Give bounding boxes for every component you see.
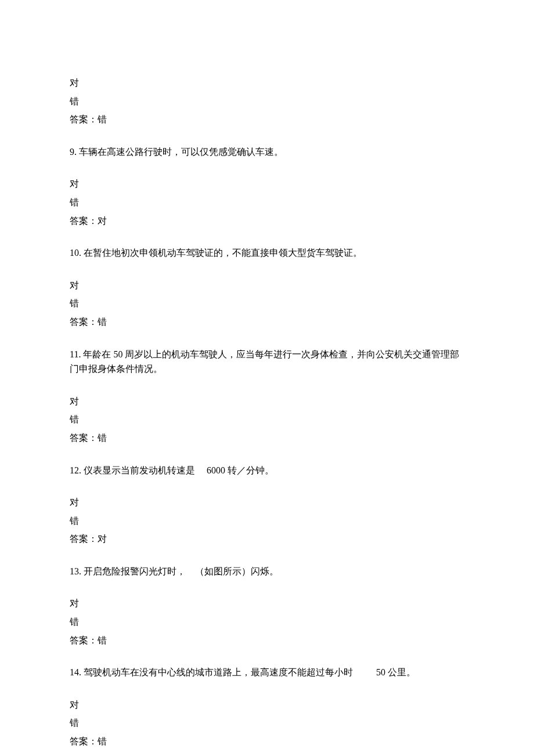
question-body-prefix: 仪表显示当前发动机转速是: [84, 465, 195, 475]
answer-value: 对: [98, 216, 107, 226]
answer-line: 答案：错: [70, 431, 464, 446]
option-false: 错: [70, 513, 464, 529]
answer-line: 答案：错: [70, 314, 464, 330]
option-true: 对: [70, 495, 464, 510]
question-body-prefix: 驾驶机动车在没有中心线的城市道路上，最高速度不能超过每小时: [84, 667, 353, 677]
answer-line: 答案：错: [70, 633, 464, 648]
answer-label: 答案：: [70, 433, 98, 443]
answer-block: 对 错 答案：错: [70, 596, 464, 648]
option-true: 对: [70, 697, 464, 712]
option-true: 对: [70, 394, 464, 409]
question-body: 在暂住地初次申领机动车驾驶证的，不能直接申领大型货车驾驶证。: [84, 248, 362, 258]
intro-block: 对 错 答案：错: [70, 75, 464, 127]
answer-label: 答案：: [70, 534, 98, 544]
option-false: 错: [70, 614, 464, 630]
answer-label: 答案：: [70, 114, 98, 124]
question-11: 11. 年龄在 50 周岁以上的机动车驾驶人，应当每年进行一次身体检查，并向公安…: [70, 347, 464, 446]
question-text: 11. 年龄在 50 周岁以上的机动车驾驶人，应当每年进行一次身体检查，并向公安…: [70, 347, 464, 377]
question-text: 12. 仪表显示当前发动机转速是 6000 转／分钟。: [70, 463, 464, 478]
answer-line: 答案：对: [70, 214, 464, 229]
option-false: 错: [70, 94, 464, 109]
answer-block: 对 错 答案：对: [70, 176, 464, 228]
question-text: 9. 车辆在高速公路行驶时，可以仅凭感觉确认车速。: [70, 144, 464, 160]
answer-value: 错: [98, 317, 107, 327]
answer-label: 答案：: [70, 736, 98, 746]
answer-label: 答案：: [70, 635, 98, 645]
option-false: 错: [70, 296, 464, 311]
answer-block: 对 错 答案：对: [70, 495, 464, 547]
question-body: 年龄在 50 周岁以上的机动车驾驶人，应当每年进行一次身体检查，并向公安机关交通…: [70, 349, 459, 374]
option-false: 错: [70, 715, 464, 730]
answer-block: 对 错 答案：错: [70, 697, 464, 749]
question-number: 13.: [70, 566, 81, 576]
question-text: 14. 驾驶机动车在没有中心线的城市道路上，最高速度不能超过每小时 50 公里。: [70, 665, 464, 680]
answer-line: 答案：对: [70, 531, 464, 547]
question-body: 车辆在高速公路行驶时，可以仅凭感觉确认车速。: [79, 147, 283, 157]
answer-label: 答案：: [70, 317, 98, 327]
question-text: 13. 开启危险报警闪光灯时， （如图所示）闪烁。: [70, 564, 464, 579]
answer-value: 错: [98, 635, 107, 645]
question-number: 14.: [70, 667, 81, 677]
option-true: 对: [70, 596, 464, 611]
option-false: 错: [70, 195, 464, 210]
question-number: 12.: [70, 465, 81, 475]
question-body-suffix: 6000 转／分钟。: [207, 465, 274, 475]
question-number: 10.: [70, 248, 81, 258]
answer-value: 错: [98, 433, 107, 443]
answer-value: 错: [98, 736, 107, 746]
question-number: 11.: [70, 349, 81, 359]
question-10: 10. 在暂住地初次申领机动车驾驶证的，不能直接申领大型货车驾驶证。 对 错 答…: [70, 245, 464, 329]
option-true: 对: [70, 176, 464, 191]
question-text: 10. 在暂住地初次申领机动车驾驶证的，不能直接申领大型货车驾驶证。: [70, 245, 464, 261]
answer-line: 答案：错: [70, 112, 464, 127]
question-9: 9. 车辆在高速公路行驶时，可以仅凭感觉确认车速。 对 错 答案：对: [70, 144, 464, 228]
answer-block: 对 错 答案：错: [70, 278, 464, 330]
question-body-prefix: 开启危险报警闪光灯时，: [84, 566, 186, 576]
answer-value: 对: [98, 534, 107, 544]
question-number: 9.: [70, 147, 77, 157]
question-13: 13. 开启危险报警闪光灯时， （如图所示）闪烁。 对 错 答案：错: [70, 564, 464, 648]
answer-line: 答案：错: [70, 734, 464, 749]
answer-value: 错: [98, 114, 107, 124]
option-true: 对: [70, 278, 464, 293]
answer-label: 答案：: [70, 216, 98, 226]
option-false: 错: [70, 412, 464, 427]
question-14: 14. 驾驶机动车在没有中心线的城市道路上，最高速度不能超过每小时 50 公里。…: [70, 665, 464, 748]
question-body-suffix: （如图所示）闪烁。: [195, 566, 279, 576]
answer-block: 对 错 答案：错: [70, 394, 464, 446]
question-body-suffix: 50 公里。: [376, 667, 416, 677]
question-12: 12. 仪表显示当前发动机转速是 6000 转／分钟。 对 错 答案：对: [70, 463, 464, 547]
option-true: 对: [70, 75, 464, 91]
